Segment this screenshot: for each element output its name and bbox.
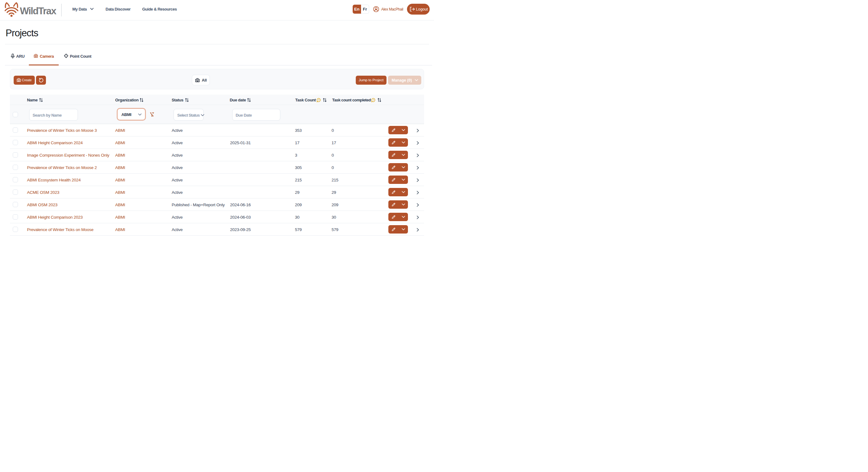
svg-text:?: ? xyxy=(373,99,374,101)
svg-text:?: ? xyxy=(318,99,319,101)
